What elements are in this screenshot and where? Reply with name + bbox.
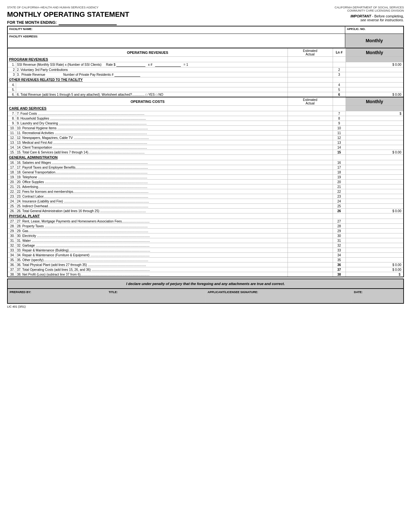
ln26-value: $ 0.00 — [346, 209, 404, 213]
ln2-num-col: 2 — [333, 67, 346, 72]
monthly-shade-header: Monthly — [345, 34, 403, 47]
ln3-num: 3 — [7, 72, 16, 77]
rate-label: Rate $ — [106, 63, 115, 66]
physical-plant-label: PHYSICAL PLANT — [7, 213, 288, 219]
title-cell: TITLE: — [107, 289, 206, 303]
form-number: LIC 401 (3/01) — [7, 305, 404, 308]
monthly-header-costs: Monthly — [346, 97, 404, 106]
ln3-monthly — [346, 72, 404, 77]
ln3-num-col: 3 — [333, 72, 346, 77]
state-agency-label: STATE OF CALIFORNIA–HEALTH AND HUMAN SER… — [7, 6, 320, 9]
care-services-label: CARE AND SERVICES — [7, 106, 288, 111]
ln2-num: 2 — [7, 67, 16, 72]
ln2-desc: 2. Voluntary 3rd Party Contributions — [16, 67, 288, 72]
ln6-num: 6. — [7, 92, 16, 97]
ln6-value: $ 0.00 — [346, 92, 404, 97]
applicant-sig-cell: APPLICANT/LICENSEE SIGNATURE: — [206, 289, 352, 303]
ln38-value: $ — [346, 272, 404, 277]
facility-address-cell: FACILITY ADDRESS: — [8, 34, 345, 47]
ln37-value: $ 0.00 — [346, 267, 404, 272]
ln4-num: 4. — [7, 83, 16, 87]
ln1-desc: SSI Revenue (Monthly SSI Rate) x (Number… — [16, 62, 288, 67]
ln1-value: $ 0.00 — [346, 62, 404, 67]
program-revenues-label: PROGRAM REVENUES — [7, 57, 288, 62]
app-lic-cell: APP./LIC. NO. — [345, 26, 403, 34]
important-label: IMPORTANT - Before completing, see rever… — [320, 14, 404, 22]
ln4-monthly — [346, 83, 404, 87]
ln36-value: $ 0.00 — [346, 262, 404, 267]
prepared-by-cell: PREPARED BY: — [8, 289, 107, 303]
ln3-desc: 3. Private Revenue Number of Private Pay… — [16, 72, 288, 77]
estimated-actual-header: EstimatedActual — [288, 48, 333, 57]
ln1-num: 1. — [7, 62, 16, 67]
op-revenues-title: OPERATING REVENUES — [7, 48, 288, 57]
month-ending-label: FOR THE MONTH ENDING: — [7, 20, 320, 25]
main-title: MONTHLY OPERATING STATEMENT — [7, 10, 320, 19]
facility-name-cell: FACILITY NAME: — [8, 26, 345, 34]
ca-dept-label: CALIFORNIA DEPARTMENT OF SOCIAL SERVICES — [320, 6, 404, 9]
ln4-desc — [16, 83, 288, 87]
ln15-value: $ 0.00 — [346, 150, 404, 155]
op-costs-title: OPERATING COSTS — [7, 97, 288, 106]
ln6-desc: 6. Total Revenue (add lines 1 through 5 … — [16, 92, 288, 97]
date-cell: DATE: — [352, 289, 403, 303]
monthly-header-revenues: Monthly — [346, 48, 404, 57]
other-revenues-label: OTHER REVENUES RELATED TO THE FACILITY — [7, 77, 288, 83]
ln5-monthly — [346, 87, 404, 92]
ln5-desc — [16, 87, 288, 92]
general-admin-label: GENERAL ADMINISTRATION — [7, 155, 288, 160]
ln5-num: 5. — [7, 87, 16, 92]
ca-dept-label2: COMMUNITY CARE LICENSING DIVISION — [320, 9, 404, 12]
declaration-banner: I declare under penalty of perjury that … — [7, 279, 404, 289]
ln2-monthly — [346, 67, 404, 72]
ln-header: Ln # — [333, 48, 346, 57]
